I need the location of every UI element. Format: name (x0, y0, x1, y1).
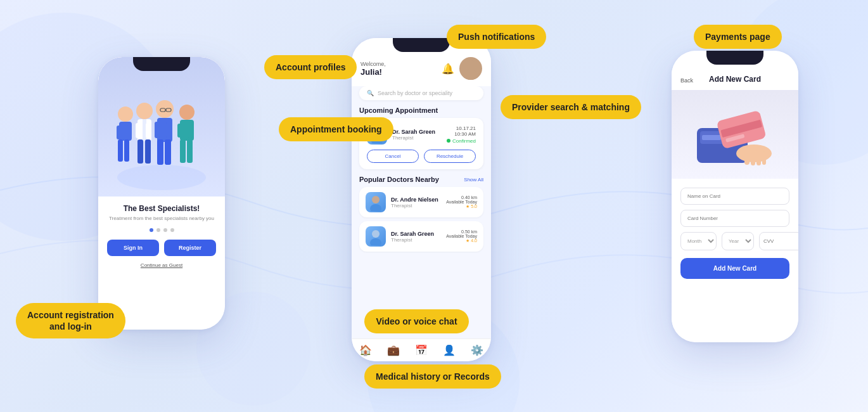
month-select[interactable]: Month (680, 232, 717, 250)
year-select[interactable]: Year (722, 232, 754, 250)
svg-rect-31 (177, 124, 182, 138)
dot-4 (170, 228, 174, 232)
nav-medical[interactable]: 💼 (380, 344, 407, 356)
svg-point-34 (463, 70, 478, 80)
add-card-button[interactable]: Add New Card (680, 258, 789, 279)
svg-rect-20 (157, 139, 163, 165)
nav-home[interactable]: 🏠 (352, 344, 380, 356)
welcome-text: Welcome, (361, 61, 386, 67)
svg-rect-30 (187, 139, 193, 163)
doc3-rating: ★ 4.0 (446, 238, 477, 243)
appointment-booking-label: Appointment booking (279, 117, 393, 141)
doc2-info: Dr. Andre Nielsen Therapist (391, 196, 441, 209)
search-icon: 🔍 (367, 90, 374, 96)
dot-3 (163, 228, 167, 232)
payments-title: Add New Card (709, 75, 761, 84)
svg-rect-17 (146, 123, 151, 138)
phone1-content: The Best Specialists! Treatment from the… (98, 196, 225, 276)
show-all-link[interactable]: Show All (464, 177, 483, 183)
header-left: Welcome, Julia! (361, 61, 386, 77)
dot-2 (156, 228, 160, 232)
svg-point-4 (117, 165, 206, 190)
svg-rect-14 (137, 139, 143, 164)
bottom-navigation: 🏠 💼 📅 👤 ⚙️ (352, 338, 491, 361)
phone-login: The Best Specialists! Treatment from the… (98, 57, 225, 330)
confirmed-badge: Confirmed (447, 138, 476, 144)
svg-rect-48 (744, 147, 750, 165)
confirmed-text: Confirmed (452, 138, 476, 144)
card-illustration (672, 90, 798, 179)
confirmed-dot (447, 139, 450, 143)
doctors-illustration (108, 76, 215, 196)
nearby-title: Popular Doctors Nearby (359, 176, 439, 183)
phone2-notch (393, 38, 450, 52)
svg-rect-15 (145, 139, 151, 164)
appt-time-val: 10:30 AM (447, 131, 476, 137)
hero-section (98, 57, 225, 196)
svg-rect-7 (118, 139, 123, 162)
svg-point-5 (118, 106, 133, 122)
appt-date: 10.17.21 (447, 126, 476, 131)
svg-rect-49 (751, 149, 755, 165)
search-bar[interactable]: 🔍 Search by doctor or speciality (359, 86, 483, 100)
doc3-name: Dr. Sarah Green (391, 231, 441, 237)
payments-page-label: Payments page (694, 25, 782, 49)
svg-rect-8 (124, 139, 129, 162)
user-avatar[interactable] (459, 57, 482, 80)
expiry-row: Month Year (680, 232, 789, 250)
phone3-notch (706, 51, 763, 65)
svg-rect-51 (762, 151, 766, 165)
card-number-input[interactable] (680, 210, 789, 227)
doc3-role: Therapist (391, 237, 441, 243)
payment-form: Month Year Add New Card (672, 179, 798, 288)
phone1-subtitle: Treatment from the best specialists near… (107, 216, 216, 222)
push-notifications-label: Push notifications (447, 25, 546, 49)
nav-settings[interactable]: ⚙️ (463, 344, 491, 356)
auth-buttons: Sign In Register (107, 240, 216, 256)
doctor-role: Therapist (392, 135, 442, 141)
nearby-header: Popular Doctors Nearby Show All (352, 176, 491, 187)
doc2-rating: ★ 5.0 (446, 204, 477, 209)
cvv-input[interactable] (759, 232, 798, 250)
svg-rect-21 (165, 139, 171, 165)
reschedule-button[interactable]: Reschedule (424, 150, 476, 163)
register-button[interactable]: Register (164, 240, 216, 256)
svg-point-38 (370, 204, 381, 211)
dot-1 (150, 228, 153, 232)
doctor-list-item-2: Dr. Sarah Green Therapist 0.50 km Availa… (359, 221, 483, 252)
svg-point-27 (179, 105, 195, 120)
signin-button[interactable]: Sign In (107, 240, 159, 256)
account-profiles-label: Account profiles (264, 55, 357, 79)
phone-notch (133, 57, 190, 71)
svg-rect-23 (166, 122, 171, 138)
provider-search-label: Provider search & matching (501, 95, 641, 119)
doc2-distance: 0.40 km Available Today ★ 5.0 (446, 195, 477, 209)
appointment-info: Dr. Sarah Green Therapist (392, 129, 442, 141)
svg-point-11 (136, 103, 153, 119)
svg-rect-10 (127, 126, 131, 139)
svg-rect-29 (180, 139, 186, 163)
doc3-avatar (366, 226, 386, 247)
doc2-avatar (366, 192, 386, 212)
nav-calendar[interactable]: 📅 (407, 344, 435, 356)
doc3-distance: 0.50 km Available Today ★ 4.0 (446, 229, 477, 243)
notification-icon[interactable]: 🔔 (442, 63, 454, 75)
user-name: Julia! (361, 67, 386, 77)
doctor-name: Dr. Sarah Green (392, 129, 442, 135)
svg-rect-16 (136, 123, 141, 138)
cancel-button[interactable]: Cancel (367, 150, 419, 163)
nav-profile[interactable]: 👤 (435, 344, 463, 356)
header-right: 🔔 (442, 57, 482, 80)
svg-rect-50 (756, 150, 761, 165)
guest-link[interactable]: Continue as Guest (107, 262, 216, 268)
svg-rect-9 (117, 126, 121, 139)
search-placeholder: Search by doctor or speciality (378, 90, 452, 96)
name-on-card-input[interactable] (680, 188, 789, 205)
svg-point-39 (372, 230, 380, 238)
medical-history-label: Medical history or Records (364, 364, 501, 389)
svg-rect-32 (188, 124, 193, 138)
back-button[interactable]: Back (680, 77, 693, 84)
phone-payments: Back Add New Card (672, 51, 798, 342)
appointment-time: 10.17.21 10:30 AM Confirmed (447, 126, 476, 144)
pagination-dots (107, 228, 216, 232)
